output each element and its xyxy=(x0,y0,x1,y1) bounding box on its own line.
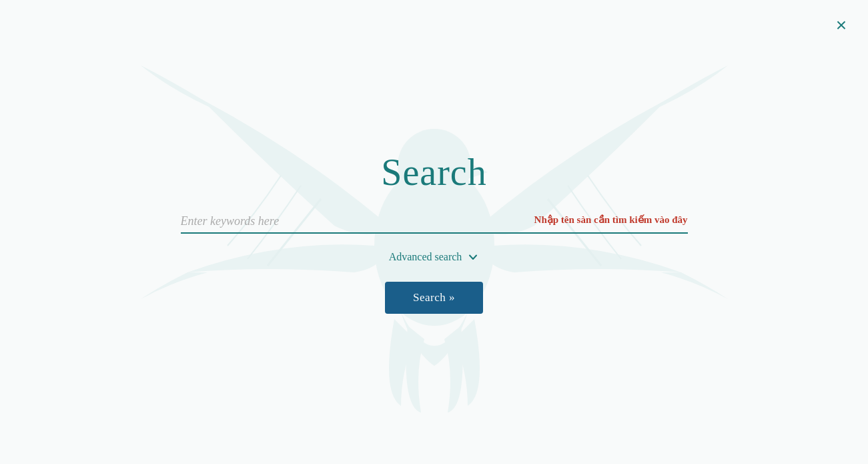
search-input[interactable] xyxy=(181,214,524,228)
search-button[interactable]: Search » xyxy=(385,282,483,314)
search-input-area: Nhập tên sàn cần tìm kiếm vào đây xyxy=(181,214,688,234)
search-input-wrapper: Nhập tên sàn cần tìm kiếm vào đây xyxy=(181,214,688,234)
search-overlay: Search Nhập tên sàn cần tìm kiếm vào đây… xyxy=(0,0,868,464)
error-hint: Nhập tên sàn cần tìm kiếm vào đây xyxy=(534,214,688,228)
page-title: Search xyxy=(381,151,486,194)
chevron-down-icon xyxy=(467,251,479,263)
close-button[interactable]: × xyxy=(836,16,847,35)
advanced-search-toggle[interactable]: Advanced search xyxy=(389,251,480,263)
advanced-search-label: Advanced search xyxy=(389,251,462,263)
